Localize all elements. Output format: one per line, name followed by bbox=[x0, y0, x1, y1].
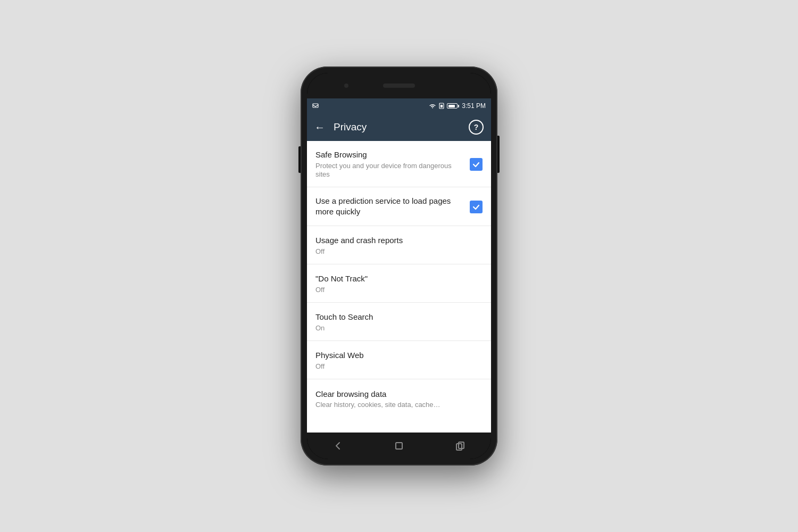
help-button[interactable]: ? bbox=[469, 120, 484, 135]
setting-prediction-service[interactable]: Use a prediction service to load pages m… bbox=[307, 187, 491, 226]
setting-usage-crash-title: Usage and crash reports bbox=[315, 235, 477, 246]
svg-rect-3 bbox=[396, 443, 402, 449]
setting-touch-to-search-status: On bbox=[315, 324, 477, 333]
setting-clear-browsing-data[interactable]: Clear browsing data Clear history, cooki… bbox=[307, 379, 491, 418]
setting-touch-to-search-text: Touch to Search On bbox=[315, 312, 483, 332]
back-button[interactable]: ← bbox=[314, 122, 325, 132]
setting-prediction-text: Use a prediction service to load pages m… bbox=[315, 196, 470, 218]
phone-speaker bbox=[383, 84, 415, 88]
svg-rect-2 bbox=[440, 105, 443, 107]
setting-touch-to-search-title: Touch to Search bbox=[315, 312, 477, 322]
setting-usage-crash-status: Off bbox=[315, 247, 477, 256]
setting-safe-browsing-text: Safe Browsing Protect you and your devic… bbox=[315, 149, 470, 179]
setting-physical-web-status: Off bbox=[315, 362, 477, 371]
nav-bar bbox=[307, 433, 491, 459]
page-title: Privacy bbox=[334, 121, 469, 133]
status-left-icons bbox=[312, 103, 319, 109]
safe-browsing-checkbox[interactable] bbox=[470, 158, 483, 171]
nav-back-icon[interactable] bbox=[332, 440, 343, 451]
setting-physical-web-title: Physical Web bbox=[315, 350, 477, 361]
setting-safe-browsing-subtitle: Protect you and your device from dangero… bbox=[315, 162, 464, 180]
setting-do-not-track[interactable]: "Do Not Track" Off bbox=[307, 264, 491, 303]
status-time: 3:51 PM bbox=[462, 102, 486, 110]
setting-do-not-track-title: "Do Not Track" bbox=[315, 273, 477, 284]
setting-safe-browsing[interactable]: Safe Browsing Protect you and your devic… bbox=[307, 141, 491, 187]
sim-icon bbox=[439, 103, 444, 109]
front-camera bbox=[344, 84, 348, 88]
setting-usage-crash-reports[interactable]: Usage and crash reports Off bbox=[307, 226, 491, 264]
nav-home-icon[interactable] bbox=[394, 440, 404, 451]
setting-clear-browsing-text: Clear browsing data Clear history, cooki… bbox=[315, 389, 483, 410]
status-bar: 3:51 PM bbox=[307, 98, 491, 113]
setting-do-not-track-status: Off bbox=[315, 286, 477, 295]
phone-screen: 3:51 PM ← Privacy ? Safe Browsing Protec… bbox=[307, 73, 491, 459]
power-button bbox=[497, 136, 500, 173]
setting-physical-web-text: Physical Web Off bbox=[315, 350, 483, 371]
setting-do-not-track-text: "Do Not Track" Off bbox=[315, 273, 483, 294]
phone-device: 3:51 PM ← Privacy ? Safe Browsing Protec… bbox=[301, 66, 497, 466]
setting-clear-browsing-title: Clear browsing data bbox=[315, 389, 477, 400]
setting-safe-browsing-title: Safe Browsing bbox=[315, 149, 464, 160]
status-right-icons: 3:51 PM bbox=[429, 102, 486, 110]
prediction-checkbox[interactable] bbox=[470, 201, 483, 213]
notification-icon bbox=[312, 103, 319, 109]
battery-icon bbox=[447, 103, 459, 109]
setting-usage-crash-text: Usage and crash reports Off bbox=[315, 235, 483, 256]
checkmark-icon bbox=[472, 160, 480, 169]
setting-clear-browsing-subtitle: Clear history, cookies, site data, cache… bbox=[315, 401, 477, 410]
checkmark-icon bbox=[472, 203, 480, 211]
phone-top-bezel bbox=[307, 73, 491, 98]
wifi-icon bbox=[429, 103, 436, 109]
settings-list: Safe Browsing Protect you and your devic… bbox=[307, 141, 491, 433]
nav-recents-icon[interactable] bbox=[455, 440, 466, 451]
setting-physical-web[interactable]: Physical Web Off bbox=[307, 341, 491, 379]
volume-button bbox=[298, 146, 301, 173]
setting-touch-to-search[interactable]: Touch to Search On bbox=[307, 303, 491, 341]
app-bar: ← Privacy ? bbox=[307, 113, 491, 141]
setting-prediction-title: Use a prediction service to load pages m… bbox=[315, 196, 464, 217]
